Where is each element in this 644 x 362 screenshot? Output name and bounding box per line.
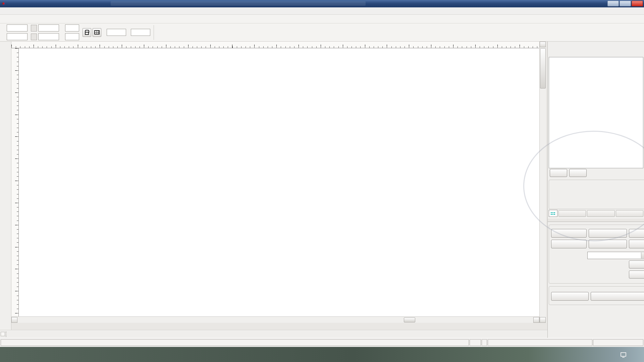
- height-input[interactable]: [38, 33, 59, 40]
- line-column-group: [549, 180, 644, 209]
- horizontal-ruler: [11, 42, 539, 48]
- background-window-artifact: [111, 1, 366, 6]
- chevron-down-icon: [641, 252, 644, 258]
- device-group: [549, 286, 644, 305]
- dock-divider: [548, 218, 644, 222]
- status-bar: [0, 338, 644, 347]
- height-arrow-icon: [31, 34, 37, 40]
- status-selection-info: [488, 339, 592, 346]
- rdworks-window: [0, 0, 644, 362]
- vertical-scrollbar[interactable]: [539, 42, 546, 323]
- cut-scale-button[interactable]: [629, 260, 644, 268]
- stop-button[interactable]: [629, 229, 644, 238]
- horizontal-scrollbar[interactable]: [11, 316, 539, 323]
- horizontal-scroll-thumb[interactable]: [404, 317, 415, 322]
- lock-ratio-button[interactable]: [83, 28, 91, 37]
- width-arrow-icon: [31, 25, 37, 32]
- layer-table: [549, 57, 643, 168]
- vertical-scroll-thumb[interactable]: [540, 48, 546, 88]
- color-palette-bar: [0, 330, 547, 338]
- download-button[interactable]: [629, 240, 644, 248]
- scroll-down-button[interactable]: [540, 317, 546, 323]
- vertical-ruler: [11, 48, 19, 316]
- network-icon[interactable]: [621, 352, 626, 357]
- scroll-right-button[interactable]: [533, 317, 539, 323]
- position-dropdown[interactable]: [587, 252, 644, 259]
- palette-grip[interactable]: [6, 331, 8, 337]
- angle-input[interactable]: [107, 29, 126, 36]
- pause-continue-button[interactable]: [589, 229, 627, 238]
- process-no-input[interactable]: [131, 29, 150, 36]
- tool-palette: [0, 42, 11, 330]
- coordinate-fields: [2, 24, 81, 41]
- laser2-button[interactable]: [569, 169, 587, 177]
- table-icon: [94, 30, 100, 35]
- x-position-input[interactable]: [7, 24, 28, 32]
- status-cell-empty2: [482, 339, 487, 346]
- system-tray: [607, 347, 643, 362]
- port-setting-button[interactable]: [551, 292, 589, 301]
- app-icon: [1, 1, 7, 6]
- scale-x-input[interactable]: [65, 24, 79, 32]
- width-input[interactable]: [38, 24, 59, 32]
- start-button[interactable]: [551, 229, 587, 238]
- save-to-ufile-button[interactable]: [551, 240, 587, 248]
- close-button[interactable]: [632, 1, 643, 6]
- y-position-input[interactable]: [7, 33, 28, 40]
- scroll-up-button[interactable]: [540, 42, 546, 47]
- palette-close-icon[interactable]: [1, 332, 5, 336]
- ufile-output-button[interactable]: [589, 240, 627, 248]
- mini-button[interactable]: [616, 210, 643, 217]
- lock-icon: [85, 32, 89, 35]
- mini-button[interactable]: [587, 210, 614, 217]
- toolbar-separator: [154, 25, 154, 40]
- taskbar: [0, 347, 644, 362]
- status-welcome: [1, 339, 469, 346]
- status-cursor-coords: [593, 339, 643, 346]
- maximize-button[interactable]: [620, 1, 631, 6]
- device-select-button[interactable]: [591, 292, 644, 301]
- control-panel: [547, 42, 644, 338]
- table-layout-button[interactable]: [93, 28, 101, 37]
- tag-mini-icon[interactable]: [549, 210, 557, 217]
- title-bar: [0, 0, 644, 7]
- menu-bar: [0, 7, 644, 15]
- status-cell-empty1: [470, 339, 481, 346]
- go-scale-button[interactable]: [629, 270, 644, 279]
- scroll-left-button[interactable]: [11, 317, 17, 323]
- transform-toolbar: [0, 23, 644, 42]
- drawing-canvas[interactable]: [19, 48, 539, 316]
- mini-button[interactable]: [558, 210, 586, 217]
- minimize-button[interactable]: [607, 1, 619, 6]
- laser1-button[interactable]: [550, 169, 567, 177]
- scale-y-input[interactable]: [65, 33, 79, 40]
- laser-work-group: [549, 225, 644, 284]
- main-toolbar: [0, 15, 644, 23]
- mini-toolbar: [549, 210, 643, 217]
